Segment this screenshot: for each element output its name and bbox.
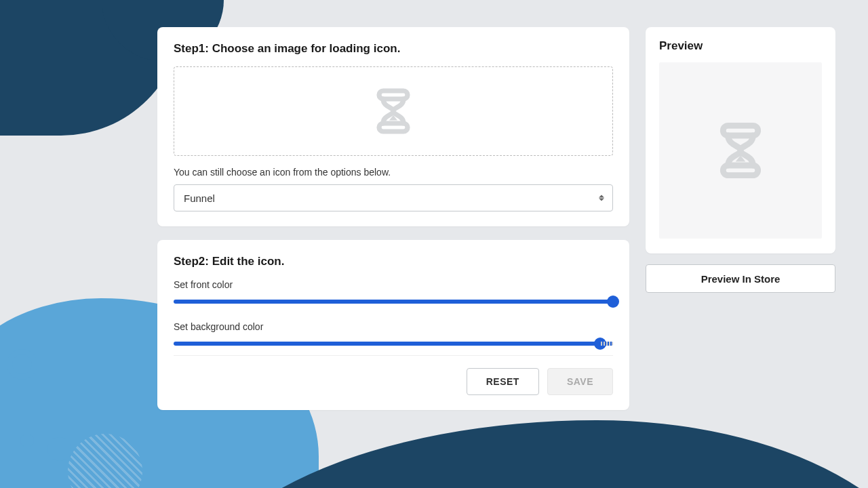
preview-box [659, 62, 822, 239]
preview-in-store-button[interactable]: Preview In Store [646, 264, 835, 293]
select-caret-icon [599, 195, 604, 201]
hourglass-icon [369, 87, 418, 136]
step1-subtext: You can still choose an icon from the op… [174, 167, 613, 178]
step1-card: Step1: Choose an image for loading icon.… [157, 27, 629, 226]
icon-select[interactable]: Funnel [174, 184, 613, 211]
icon-select-value: Funnel [184, 192, 215, 204]
save-button: SAVE [547, 368, 613, 395]
background-color-label: Set background color [174, 321, 613, 332]
reset-button[interactable]: RESET [467, 368, 539, 395]
divider [174, 355, 613, 356]
front-color-label: Set front color [174, 279, 613, 290]
preview-card: Preview [646, 27, 835, 253]
step1-title: Step1: Choose an image for loading icon. [174, 42, 613, 56]
preview-title: Preview [659, 39, 822, 53]
background-color-slider[interactable] [174, 342, 613, 346]
front-color-slider[interactable] [174, 300, 613, 304]
decorative-shape [20, 434, 34, 447]
image-dropzone[interactable] [174, 66, 613, 156]
hourglass-icon [711, 121, 770, 180]
step2-card: Step2: Edit the icon. Set front color Se… [157, 240, 629, 410]
step2-title: Step2: Edit the icon. [174, 255, 613, 268]
decorative-shape [47, 437, 71, 461]
